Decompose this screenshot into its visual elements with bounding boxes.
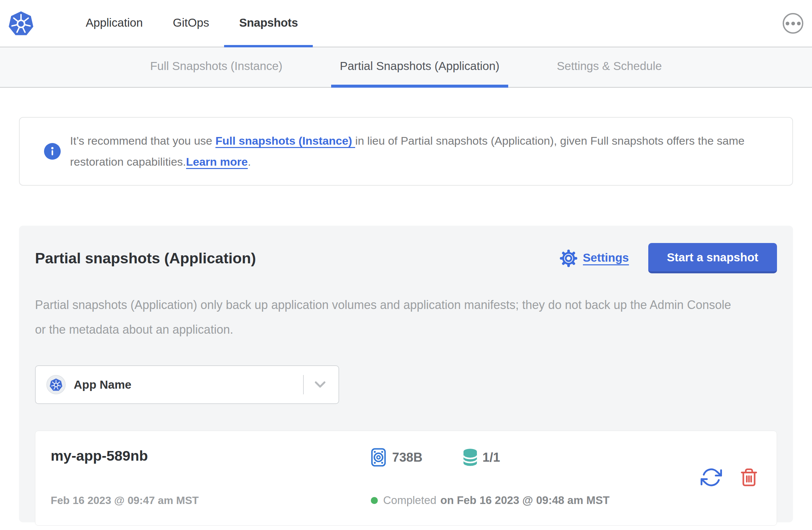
delete-snapshot-button[interactable] [739,468,759,487]
info-icon [44,143,61,160]
restore-icon [701,467,722,488]
snapshot-completed-timestamp: on Feb 16 2023 @ 09:48 am MST [440,494,610,507]
top-nav: Application GitOps Snapshots [0,0,812,47]
nav-tab-application[interactable]: Application [71,0,158,47]
panel-description: Partial snapshots (Application) only bac… [35,293,735,342]
nav-tab-gitops[interactable]: GitOps [158,0,224,47]
database-icon [463,448,478,467]
start-snapshot-button[interactable]: Start a snapshot [648,243,777,273]
snapshot-started-timestamp: Feb 16 2023 @ 09:47 am MST [51,494,371,507]
status-dot-icon [371,497,378,504]
partial-snapshots-panel: Partial snapshots (Application) [19,226,793,522]
banner-text-end: . [248,155,251,168]
page-title: Partial snapshots (Application) [35,250,256,267]
nav-tab-snapshots[interactable]: Snapshots [224,0,313,47]
banner-text-start: It’s recommend that you use [70,134,215,147]
snapshot-settings-link[interactable]: Settings [560,249,629,267]
learn-more-link[interactable]: Learn more [186,155,248,169]
subtab-partial-snapshots[interactable]: Partial Snapshots (Application) [331,47,508,88]
banner-message: It’s recommend that you use Full snapsho… [70,130,772,172]
select-divider [303,375,304,394]
subtab-settings-schedule[interactable]: Settings & Schedule [548,47,671,88]
snapshot-name[interactable]: my-app-589nb [51,448,371,464]
chevron-down-icon[interactable] [315,381,326,388]
ellipsis-menu-icon[interactable] [783,13,803,34]
snapshots-subnav: Full Snapshots (Instance) Partial Snapsh… [0,47,812,88]
kubernetes-logo-icon [8,10,35,37]
restore-snapshot-button[interactable] [701,467,722,488]
disk-icon [371,448,386,467]
snapshot-size: 738B [392,450,422,465]
primary-nav: Application GitOps Snapshots [71,0,313,47]
snapshot-volumes: 1/1 [482,450,500,465]
kubernetes-icon [46,375,66,394]
trash-icon [739,468,759,487]
app-select-value: App Name [74,378,131,391]
snapshot-status: Completed [383,494,436,507]
subtab-full-snapshots[interactable]: Full Snapshots (Instance) [141,47,291,88]
panel-header: Partial snapshots (Application) [35,243,777,273]
settings-label: Settings [583,251,629,265]
full-snapshots-link[interactable]: Full snapshots (Instance) [215,134,355,148]
app-name-select[interactable]: App Name [35,365,339,404]
info-banner: It’s recommend that you use Full snapsho… [19,117,793,186]
gear-icon [560,249,578,267]
snapshot-row: my-app-589nb Feb 16 2023 @ 09:47 am MST … [35,431,777,526]
